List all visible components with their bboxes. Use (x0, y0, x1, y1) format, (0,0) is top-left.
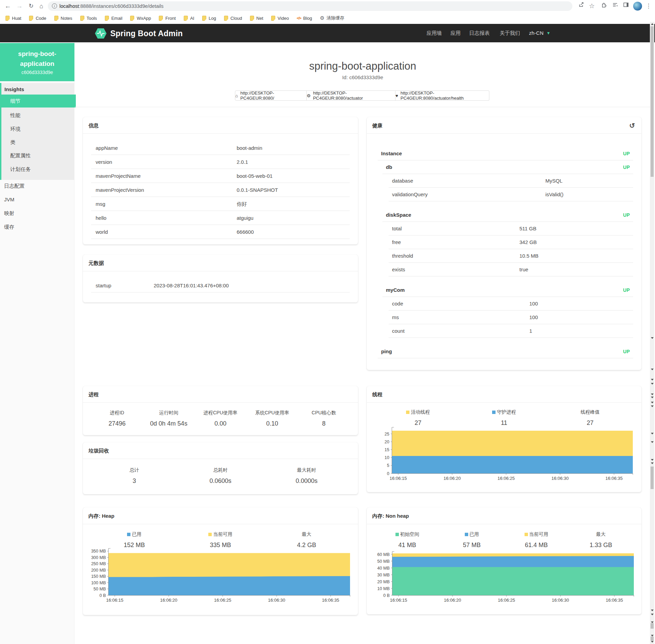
profile-avatar[interactable] (633, 2, 642, 11)
bookmark-item[interactable]: Code (29, 16, 46, 21)
scrollbar-arrow (651, 337, 654, 339)
brand-logo-icon (95, 28, 107, 39)
bookmark-item[interactable]: Video (271, 16, 289, 21)
health-row: count 1 (389, 324, 633, 338)
app-navbar: Spring Boot Admin 应用墙 应用 日志报表 关于我们 zh-CN… (0, 24, 655, 42)
row-label: startup (96, 278, 111, 292)
side-panel-icon[interactable] (622, 2, 630, 11)
sidebar-item-2[interactable]: 环境 (1, 123, 76, 135)
nav-item-journal[interactable]: 日志报表 (469, 24, 490, 42)
bookmark-folder-icon (250, 16, 254, 21)
sidebar-item-b0[interactable]: 日志配置 (0, 179, 74, 193)
card-title: 垃圾回收 (83, 442, 358, 459)
bookmark-item[interactable]: Huat (5, 16, 21, 21)
stat-value: 0.00 (195, 420, 246, 427)
sidebar-item-b1[interactable]: JVM (0, 193, 74, 206)
threads-chart: 051015202516:06:1516:06:2016:06:2516:06:… (367, 424, 641, 488)
home-icon-toolbar[interactable]: ⌂ (36, 0, 46, 12)
bookmark-item-blog[interactable]: </>Blog (297, 16, 312, 21)
nav-item-apps[interactable]: 应用 (450, 24, 461, 42)
sidebar-section-insights: Insights 细节性能环境类配置属性计划任务 (0, 83, 74, 180)
svg-text:250 MB: 250 MB (91, 561, 106, 566)
legend-swatch (492, 411, 496, 414)
stat-label: 进程ID (91, 410, 143, 416)
link-button-heartbeat[interactable]: ♥http://DESKTOP-PC4GEUR:8080/actuator/he… (395, 90, 489, 101)
browser-menu-icon[interactable]: ⋮ (644, 2, 653, 11)
health-label: code (392, 297, 403, 311)
back-icon[interactable]: ← (3, 0, 13, 12)
forward-icon[interactable]: → (14, 0, 25, 12)
chevron-down-icon[interactable]: ▼ (546, 24, 551, 42)
legend-swatch (208, 533, 212, 536)
instance-name-line1: spring-boot- (18, 50, 56, 57)
health-label: free (392, 235, 401, 249)
stat-value: 8 (298, 420, 350, 427)
svg-text:0 B: 0 B (99, 593, 106, 598)
sidebar-item-5[interactable]: 计划任务 (1, 163, 76, 176)
health-row: exists true (389, 263, 633, 276)
bookmark-item[interactable]: Email (105, 16, 123, 21)
scrollbar-thumb3 (651, 623, 654, 629)
scrollbar-up-arrow[interactable] (651, 23, 654, 25)
scrollbar-thumb[interactable] (651, 26, 654, 177)
bookmark-folder-icon (54, 16, 58, 21)
legend-swatch (465, 533, 468, 536)
sidebar-item-3[interactable]: 类 (1, 136, 76, 149)
row-label: mavenProjectVersion (96, 183, 144, 197)
history-icon[interactable]: ↺ (628, 121, 637, 130)
sidebar-item-b2[interactable]: 映射 (0, 206, 74, 220)
bookmark-folder-icon (159, 16, 163, 21)
bookmark-item[interactable]: Net (250, 16, 263, 21)
reload-icon[interactable]: ↻ (26, 0, 36, 12)
bookmark-item[interactable]: Notes (54, 16, 72, 21)
sidebar-item-1[interactable]: 性能 (1, 109, 76, 122)
health-value: 10.5 MB (519, 249, 539, 263)
scrollbar-arrow (651, 462, 654, 464)
health-row: validationQuery isValid() (389, 188, 633, 201)
svg-text:16:06:35: 16:06:35 (605, 476, 623, 481)
card-title: 健康 (367, 117, 641, 134)
row-label: mavenProjectName (96, 169, 141, 183)
stat-value: 0d 0h 4m 54s (143, 420, 194, 427)
brand[interactable]: Spring Boot Admin (95, 28, 183, 39)
bookmark-item[interactable]: Log (202, 16, 216, 21)
insights-label[interactable]: Insights (1, 83, 74, 95)
card-gc: 垃圾回收总计3总耗时0.0600s最大耗时0.0000s (83, 442, 358, 494)
stat-label: 进程CPU使用率 (195, 410, 246, 416)
bookmark-item[interactable]: Front (159, 16, 176, 21)
stat-item: 运行时间0d 0h 4m 54s (143, 410, 194, 427)
legend-label: 初始空间 (375, 531, 440, 538)
svg-text:16:06:25: 16:06:25 (214, 598, 232, 603)
reading-list-icon[interactable] (611, 2, 619, 11)
sidebar-item-0[interactable]: 细节 (0, 95, 76, 108)
browser-toolbar: ← → ↻ ⌂ i localhost:8888/instances/c606d… (0, 0, 655, 12)
link-button-wrench[interactable]: ⚙http://DESKTOP-PC4GEUR:8080/actuator (307, 90, 395, 101)
row-label: world (96, 225, 108, 239)
extensions-icon[interactable] (600, 2, 609, 11)
link-button-home[interactable]: ⌂http://DESKTOP-PC4GEUR:8080/ (235, 90, 307, 101)
health-label: database (392, 174, 413, 188)
svg-text:16:06:25: 16:06:25 (498, 476, 515, 481)
info-icon[interactable]: i (52, 3, 57, 9)
card-health: 健康↺ Instance UP db UP database MySQL val… (367, 117, 641, 370)
sidebar-item-b3[interactable]: 缓存 (0, 220, 74, 234)
scrollbar-arrow (651, 405, 654, 407)
bookmark-item[interactable]: WxApp (130, 16, 151, 21)
bookmark-item[interactable]: AI (184, 16, 194, 21)
nav-item-wall[interactable]: 应用墙 (427, 24, 442, 42)
language-selector[interactable]: zh-CN (529, 24, 544, 42)
star-icon[interactable]: ☆ (587, 2, 596, 11)
bookmark-item[interactable]: Cloud (224, 16, 242, 21)
legend-label: 已用 (91, 531, 177, 538)
nav-item-about[interactable]: 关于我们 (500, 24, 520, 42)
bookmark-item[interactable]: Tools (80, 16, 97, 21)
bookmark-folder-icon (224, 16, 228, 21)
address-bar[interactable]: i localhost:8888/instances/c606d3333d9e/… (48, 1, 572, 11)
svg-text:40 MB: 40 MB (377, 566, 390, 571)
card-process: 进程进程ID27496运行时间0d 0h 4m 54s进程CPU使用率0.00系… (83, 386, 358, 435)
health-row: database MySQL (389, 174, 633, 188)
clear-cache-button[interactable]: ⚙清除缓存 (320, 15, 344, 21)
sidebar-item-4[interactable]: 配置属性 (1, 149, 76, 162)
svg-text:20: 20 (385, 440, 389, 444)
share-icon[interactable] (577, 2, 586, 11)
